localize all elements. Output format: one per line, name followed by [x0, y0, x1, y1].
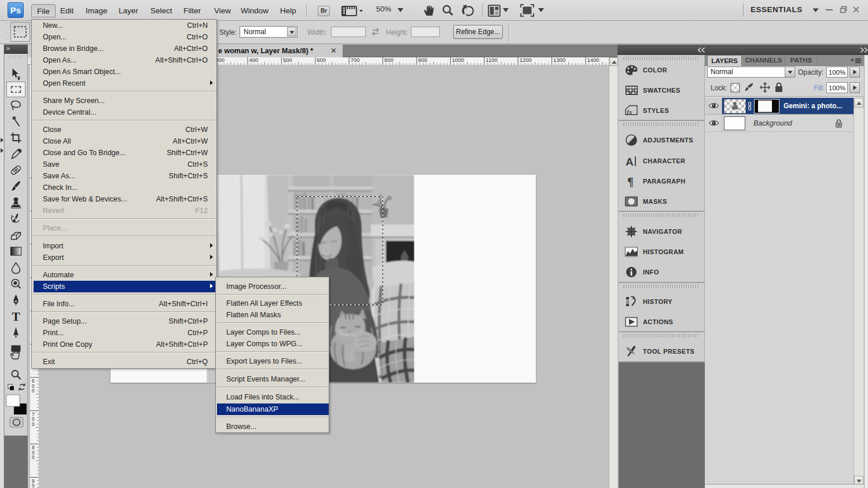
svg-text:1100: 1100 — [486, 57, 497, 63]
svg-text:1200: 1200 — [520, 57, 532, 63]
svg-text:¶: ¶ — [627, 175, 634, 188]
svg-text:400: 400 — [249, 57, 259, 63]
svg-text:0: 0 — [32, 421, 35, 427]
svg-text:A: A — [626, 156, 634, 168]
svg-text:0: 0 — [32, 388, 35, 394]
svg-text:600: 600 — [317, 57, 326, 63]
svg-text:1300: 1300 — [553, 57, 565, 63]
svg-text:700: 700 — [351, 57, 360, 63]
svg-text:fx: fx — [627, 108, 632, 115]
svg-text:800: 800 — [384, 57, 393, 63]
svg-text:0: 0 — [32, 454, 35, 460]
svg-text:900: 900 — [418, 57, 428, 63]
svg-text:T: T — [12, 310, 20, 324]
svg-text:1000: 1000 — [452, 57, 464, 63]
svg-text:500: 500 — [283, 57, 292, 63]
svg-text:1400: 1400 — [587, 57, 599, 63]
